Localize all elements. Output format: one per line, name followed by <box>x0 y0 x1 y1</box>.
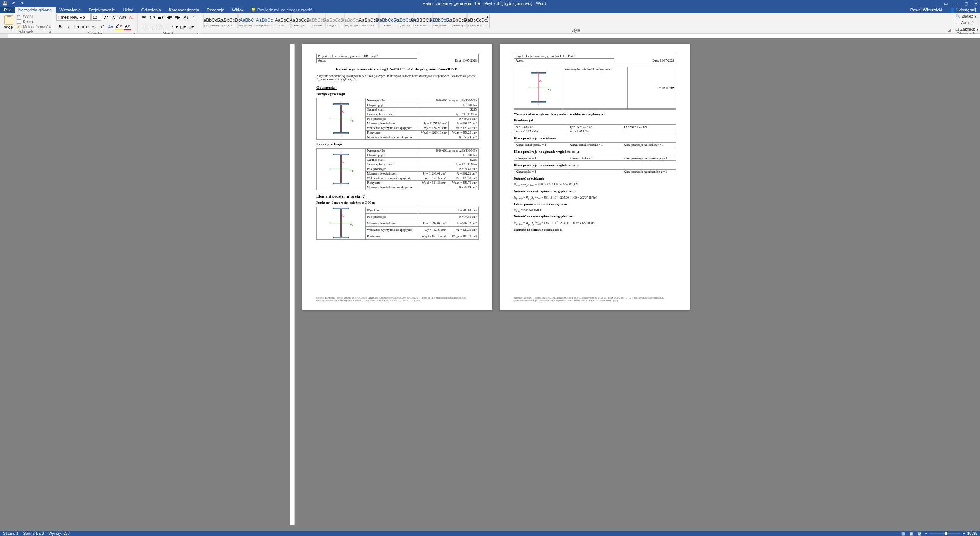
group-styles: AaBbCcDc¶ NormalnyAaBbCcDc¶ Bez odst...A… <box>201 13 953 33</box>
superscript-button[interactable]: x² <box>98 23 106 30</box>
tab-korespondencja[interactable]: Korespondencja <box>165 7 203 13</box>
print-layout-icon[interactable]: ▦ <box>908 531 915 536</box>
tab-wstawianie[interactable]: Wstawianie <box>56 7 85 13</box>
font-color-button[interactable]: A▾ <box>124 23 131 30</box>
zoom-in-button[interactable]: + <box>963 531 965 536</box>
style-item[interactable]: AaBbCcDcWyróżnie... <box>344 14 361 28</box>
share-button[interactable]: 👤 Udostępnij <box>946 8 980 13</box>
tab-narzedzia-glowne[interactable]: Narzędzia główne <box>15 7 56 13</box>
show-marks-button[interactable]: ¶ <box>191 14 198 21</box>
style-item[interactable]: AaBbCTytuł <box>274 14 291 28</box>
styles-gallery[interactable]: AaBbCcDc¶ NormalnyAaBbCcDc¶ Bez odst...A… <box>203 14 951 28</box>
increase-font-button[interactable]: A▴ <box>102 14 110 21</box>
style-item[interactable]: AaBbCcDcPogrubienie <box>362 14 379 28</box>
undo-icon[interactable]: ↶ <box>11 1 16 6</box>
status-words[interactable]: Wyrazy: 537 <box>49 531 70 536</box>
web-layout-icon[interactable]: ▩ <box>917 531 923 536</box>
style-item[interactable]: AaBbCcDc¶ Bez odst... <box>221 14 238 28</box>
maximize-icon[interactable]: ▢ <box>964 1 968 6</box>
style-item[interactable]: AaBbCcDcOdwołani... <box>432 14 449 28</box>
change-case-button[interactable]: Aa▾ <box>119 14 127 21</box>
numbering-button[interactable]: ⒈▾ <box>149 14 156 21</box>
minimize-icon[interactable]: — <box>954 1 958 6</box>
page-2[interactable]: Projekt: Hala o zmiennej geometrii-TIIR … <box>500 44 690 310</box>
page-1[interactable]: Projekt: Hala o zmiennej geometrii-TIIR … <box>302 44 492 310</box>
save-icon[interactable]: 💾 <box>2 1 8 6</box>
status-page-simple[interactable]: Strona: 1 <box>3 531 19 536</box>
window-title: Hala o zmiennej geometrii-TIIR - Pręt 7.… <box>24 1 944 6</box>
decrease-font-button[interactable]: A▾ <box>111 14 118 21</box>
zoom-level[interactable]: 100% <box>967 531 977 536</box>
ribbon-options-icon[interactable]: ▭ <box>944 1 948 6</box>
clipboard-dialog-launcher-icon[interactable]: ◢ <box>49 29 51 33</box>
read-mode-icon[interactable]: ▤ <box>900 531 906 536</box>
status-page-of[interactable]: Strona 1 z 6 <box>23 531 44 536</box>
increase-indent-button[interactable]: ≡▶ <box>174 14 181 21</box>
user-name[interactable]: Paweł Wierzbicki <box>906 8 946 12</box>
shading-button[interactable]: ▢▾ <box>179 23 187 30</box>
bullets-button[interactable]: ≡▾ <box>140 14 148 21</box>
table-start: ZgYgNazwa profilu:I600-200zm wym cz.3 (4… <box>316 98 479 140</box>
style-item[interactable]: AaBbCcDc¶ Akapit z... <box>467 14 484 28</box>
copy-button[interactable]: Kopiuj <box>17 19 51 24</box>
bold-button[interactable]: B <box>56 23 64 30</box>
close-icon[interactable]: ✕ <box>974 1 978 6</box>
cut-button[interactable]: ✂Wytnij <box>17 14 51 18</box>
tab-projektowanie[interactable]: Projektowanie <box>85 7 119 13</box>
tab-recenzja[interactable]: Recenzja <box>203 7 228 13</box>
align-left-button[interactable] <box>140 23 147 30</box>
style-item[interactable]: AaBbCcDcUwydatni... <box>327 14 343 28</box>
style-item[interactable]: AaBbCcNagłówek 2 <box>256 14 273 28</box>
tab-odwolania[interactable]: Odwołania <box>137 7 165 13</box>
sec-klasa-zgz: Klasa przekroju na zginanie względem osi… <box>514 163 676 167</box>
tell-me-search[interactable]: 💡 Powiedz mi, co chcesz zrobić... <box>248 8 319 13</box>
paste-button[interactable]: Wklej <box>2 14 15 29</box>
style-item[interactable]: AaBbCcDcWyróżni... <box>309 14 326 28</box>
zoom-out-button[interactable]: − <box>925 531 928 536</box>
replace-button[interactable]: ↔ Zamień <box>956 20 973 25</box>
multilevel-button[interactable]: ☰▾ <box>157 14 165 21</box>
line-spacing-button[interactable]: ↕≡▾ <box>171 23 178 30</box>
font-size-combo[interactable] <box>91 14 101 21</box>
sec-nosnosc-scv: Nośność na ścinanie wzdłuż osi z. <box>514 228 676 232</box>
page-header-table: Projekt: Hala o zmiennej geometrii-TIIR … <box>316 54 479 63</box>
styles-more-button[interactable]: ▴▾⎓ <box>485 14 490 28</box>
style-item[interactable]: AaBbCcDc¶ Normalny <box>203 14 220 28</box>
zoom-slider[interactable] <box>930 533 960 534</box>
align-right-button[interactable] <box>155 23 162 30</box>
format-painter-button[interactable]: 🖌Malarz formatów <box>17 25 51 29</box>
tab-widok[interactable]: Widok <box>228 7 248 13</box>
text-effects-button[interactable]: A▾ <box>107 23 114 30</box>
styles-dialog-launcher-icon[interactable]: ◢ <box>948 28 951 32</box>
align-center-button[interactable] <box>148 23 155 30</box>
font-name-combo[interactable] <box>56 14 91 21</box>
decrease-indent-button[interactable]: ◀≡ <box>165 14 173 21</box>
horizontal-ruler[interactable] <box>0 34 980 38</box>
subscript-button[interactable]: x₂ <box>90 23 98 30</box>
highlight-button[interactable]: 🖊▾ <box>115 23 123 30</box>
clear-formatting-button[interactable]: A⃠ <box>127 14 135 21</box>
sort-button[interactable]: A↓ <box>182 14 190 21</box>
table-end: ZgYgNazwa profilu:I600-200zm wym cz.3 (4… <box>316 148 479 190</box>
style-item[interactable]: AaBbCcDcTytuł książki <box>450 14 467 28</box>
underline-button[interactable]: U▾ <box>73 23 81 30</box>
borders-button[interactable]: ⊞▾ <box>188 23 195 30</box>
tab-plik[interactable]: Plik <box>0 7 15 13</box>
select-button[interactable]: ☐ Zaznacz ▾ <box>956 27 978 32</box>
tab-uklad[interactable]: Układ <box>119 7 137 13</box>
redo-icon[interactable]: ↷ <box>19 1 24 6</box>
strikethrough-button[interactable]: abc <box>82 23 89 30</box>
sec-nosnosc-zgz: Nośność na czyste zginanie względem osi … <box>514 214 676 218</box>
justify-button[interactable] <box>163 23 170 30</box>
style-item[interactable]: AABBCCDCOdwołani... <box>415 14 431 28</box>
style-item[interactable]: AaBbCcDcCytat <box>379 14 396 28</box>
group-font: A▴ A▾ Aa▾ A⃠ B I U▾ abc x₂ x² A▾ 🖊▾ A▾ C… <box>54 13 138 33</box>
ibeam-diagram: ZgYg <box>333 154 349 184</box>
italic-button[interactable]: I <box>65 23 72 30</box>
group-paragraph: ≡▾ ⒈▾ ☰▾ ◀≡ ≡▶ A↓ ¶ ↕≡▾ ▢▾ ⊞▾ Akapit◢ <box>138 13 201 33</box>
style-item[interactable]: AaBbCNagłówek 1 <box>238 14 255 28</box>
page-footer: EuroStal TAPERED – Profile zbieżne 1.0 A… <box>316 297 479 302</box>
vertical-ruler[interactable] <box>290 44 295 525</box>
find-button[interactable]: 🔍 Znajdź ▾ <box>956 14 977 19</box>
style-item[interactable]: AaBbCcDPodtytuł <box>291 14 308 28</box>
